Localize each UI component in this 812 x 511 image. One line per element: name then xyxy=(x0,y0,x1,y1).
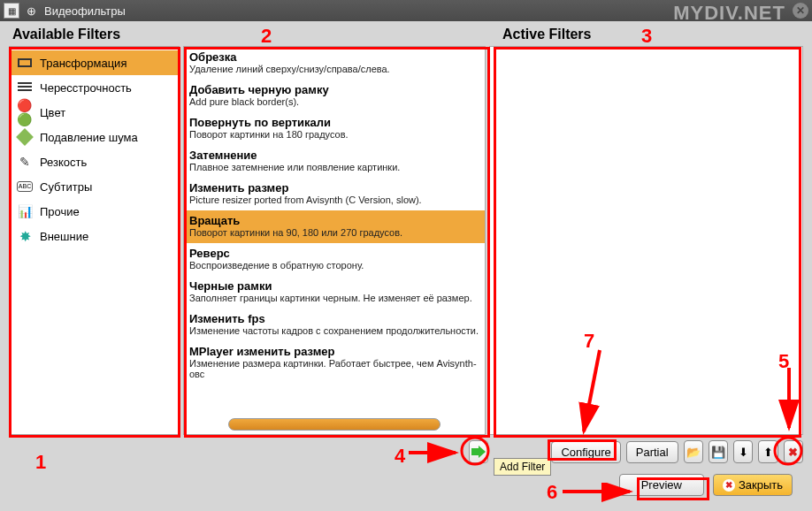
sidebar-item-label: Цвет xyxy=(40,106,65,119)
sidebar-item-misc[interactable]: 📊Прочие xyxy=(10,199,179,224)
filter-desc: Плавное затемнение или появление картинк… xyxy=(189,162,479,172)
filter-item[interactable]: ЗатемнениеПлавное затемнение или появлен… xyxy=(184,145,485,178)
remove-x-icon: ✖ xyxy=(788,446,798,459)
filter-desc: Picture resizer ported from Avisynth (C … xyxy=(189,194,479,205)
folder-open-icon: 📂 xyxy=(686,446,701,459)
available-filters-header: Available Filters xyxy=(9,27,186,42)
misc-icon: 📊 xyxy=(17,203,33,219)
arrow-up-icon: ⬆ xyxy=(763,446,773,459)
category-sidebar: ТрансформацияЧересстрочность🔴🟢ЦветПодавл… xyxy=(9,46,180,435)
filter-item[interactable]: Добавить черную рамкуAdd pure black bord… xyxy=(184,80,485,112)
filter-desc: Изменение частоты кадров с сохранением п… xyxy=(189,325,479,336)
sidebar-item-label: Чересстрочность xyxy=(40,81,132,95)
add-filter-tooltip: Add Filter xyxy=(494,458,551,476)
sidebar-item-label: Субтитры xyxy=(40,180,92,194)
filter-desc: Удаление линий сверху/снизу/справа/слева… xyxy=(189,64,479,74)
sidebar-item-label: Резкость xyxy=(40,156,87,169)
bottom-bar: Preview ✖ Закрыть xyxy=(9,474,803,496)
active-filters-header: Active Filters xyxy=(186,27,803,42)
window-close-button[interactable]: ✕ xyxy=(793,3,808,19)
filter-item[interactable]: Изменить fpsИзменение частоты кадров с с… xyxy=(184,309,485,341)
floppy-icon: 💾 xyxy=(711,446,725,459)
filter-item[interactable]: Повернуть по вертикалиПоворот картинки н… xyxy=(184,112,485,145)
sidebar-item-label: Внешние xyxy=(40,230,88,243)
filter-title: Обрезка xyxy=(189,50,479,64)
window-title: Видеофильтры xyxy=(44,4,793,18)
close-x-icon: ✖ xyxy=(723,479,735,492)
move-down-button[interactable]: ⬇ xyxy=(733,440,753,463)
add-filter-button[interactable] xyxy=(469,440,488,463)
ext-icon: ✸ xyxy=(17,228,33,244)
sharp-icon: ✎ xyxy=(17,154,33,170)
remove-button[interactable]: ✖ xyxy=(784,440,803,463)
filter-title: MPlayer изменить размер xyxy=(189,345,479,358)
sidebar-item-noise[interactable]: Подавление шума xyxy=(10,125,179,149)
column-headers: Available Filters Active Filters xyxy=(9,27,803,42)
close-button[interactable]: ✖ Закрыть xyxy=(713,474,793,496)
titlebar: ▦ ⊕ Видеофильтры ✕ xyxy=(0,0,812,21)
sidebar-item-color[interactable]: 🔴🟢Цвет xyxy=(10,100,179,125)
sidebar-item-label: Прочие xyxy=(40,205,80,218)
horizontal-scrollbar[interactable] xyxy=(228,418,440,431)
interlace-icon xyxy=(17,80,33,95)
filter-title: Добавить черную рамку xyxy=(189,83,479,96)
filter-desc: Поворот картинки на 90, 180 или 270 град… xyxy=(189,227,479,238)
preview-button[interactable]: Preview xyxy=(619,474,704,496)
mid-toolbar: Add Filter Configure Partial 📂 💾 ⬇ ⬆ ✖ xyxy=(9,440,803,463)
filter-item[interactable]: ОбрезкаУдаление линий сверху/снизу/справ… xyxy=(184,47,485,80)
sidebar-item-label: Подавление шума xyxy=(40,131,138,144)
sidebar-item-sub[interactable]: ABCСубтитры xyxy=(10,174,179,199)
filter-desc: Add pure black border(s). xyxy=(189,96,479,107)
filter-item[interactable]: Черные рамкиЗаполняет границы картинки ч… xyxy=(184,276,485,309)
filter-item[interactable]: РеверсВоспроизведение в обратную сторону… xyxy=(184,243,485,276)
sidebar-item-interlace[interactable]: Чересстрочность xyxy=(10,75,179,100)
filter-title: Черные рамки xyxy=(189,279,479,293)
arrow-down-icon: ⬇ xyxy=(739,446,748,459)
plus-arrow-icon xyxy=(471,444,486,460)
filter-title: Изменить fps xyxy=(189,312,479,325)
filter-title: Затемнение xyxy=(189,149,479,162)
active-filters-panel xyxy=(489,46,803,435)
filter-item[interactable]: MPlayer изменить размерИзменение размера… xyxy=(184,341,485,385)
filter-desc: Изменение размера картинки. Работает быс… xyxy=(189,358,479,379)
filter-title: Вращать xyxy=(189,214,479,227)
open-button[interactable]: 📂 xyxy=(684,440,703,463)
configure-button[interactable]: Configure xyxy=(551,441,620,463)
filter-item[interactable]: ВращатьПоворот картинки на 90, 180 или 2… xyxy=(184,210,485,243)
sub-icon: ABC xyxy=(17,179,33,194)
filter-title: Реверс xyxy=(189,247,479,260)
svg-rect-0 xyxy=(471,448,479,455)
color-icon: 🔴🟢 xyxy=(17,104,33,120)
filter-item[interactable]: Изменить размерPicture resizer ported fr… xyxy=(184,178,485,210)
sidebar-item-ext[interactable]: ✸Внешние xyxy=(10,224,179,248)
filter-title: Повернуть по вертикали xyxy=(189,116,479,129)
sidebar-item-transform[interactable]: Трансформация xyxy=(10,50,179,75)
filter-list: ОбрезкаУдаление линий сверху/снизу/справ… xyxy=(183,46,486,435)
sidebar-item-label: Трансформация xyxy=(40,57,126,70)
app-icon: ▦ xyxy=(4,3,19,19)
filter-desc: Поворот картинки на 180 градусов. xyxy=(189,129,479,140)
save-button[interactable]: 💾 xyxy=(709,440,728,463)
titlebar-plus-icon[interactable]: ⊕ xyxy=(23,3,39,19)
noise-icon xyxy=(17,129,33,145)
partial-button[interactable]: Partial xyxy=(626,441,678,463)
transform-icon xyxy=(17,55,33,71)
filter-desc: Воспроизведение в обратную сторону. xyxy=(189,260,479,271)
filter-title: Изменить размер xyxy=(189,181,479,194)
sidebar-item-sharp[interactable]: ✎Резкость xyxy=(10,149,179,174)
filter-desc: Заполняет границы картинки черным. Не из… xyxy=(189,293,479,303)
move-up-button[interactable]: ⬆ xyxy=(758,440,778,463)
